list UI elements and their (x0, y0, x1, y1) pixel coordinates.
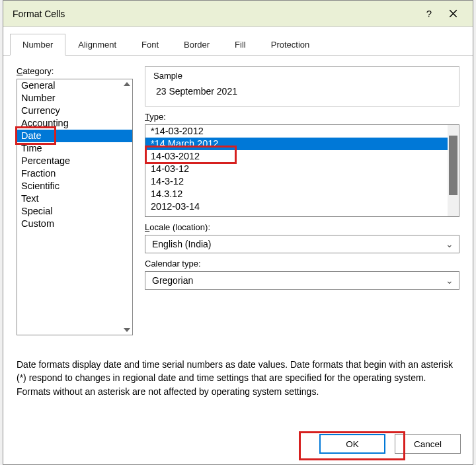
close-icon (449, 9, 457, 18)
category-item-accounting[interactable]: Accounting (17, 117, 132, 130)
type-item[interactable]: 2012-03-14 (145, 200, 459, 213)
dialog-body: Category: General Number Currency Accoun… (3, 56, 473, 427)
scroll-down-icon (124, 328, 130, 332)
scrollbar-thumb[interactable] (449, 136, 457, 195)
type-item[interactable]: 14-03-2012 (145, 150, 459, 163)
category-item-custom[interactable]: Custom (17, 218, 132, 230)
calendar-combo[interactable]: Gregorian ⌄ (145, 271, 459, 290)
type-label: Type: (145, 112, 459, 122)
category-listbox[interactable]: General Number Currency Accounting Date … (17, 79, 133, 335)
tab-label: Alignment (78, 40, 116, 50)
tab-protection[interactable]: Protection (258, 34, 323, 56)
tab-font[interactable]: Font (129, 34, 171, 56)
close-button[interactable] (441, 4, 465, 24)
button-label: OK (346, 439, 359, 449)
type-item[interactable]: 14-3-12 (145, 175, 459, 188)
category-item-percentage[interactable]: Percentage (17, 155, 132, 167)
type-item[interactable]: 14-03-12 (145, 163, 459, 175)
scroll-up-icon (124, 82, 130, 86)
tab-border[interactable]: Border (171, 34, 222, 56)
button-label: Cancel (414, 439, 442, 449)
sample-group: Sample 23 September 2021 (145, 66, 459, 106)
type-item[interactable]: *14 March 2012 (145, 138, 459, 150)
type-scrollbar[interactable] (448, 125, 459, 216)
window-title: Format Cells (13, 9, 417, 19)
help-button[interactable]: ? (417, 4, 441, 24)
locale-label: Locale (location): (145, 222, 459, 232)
locale-combo[interactable]: English (India) ⌄ (145, 235, 459, 253)
type-item[interactable]: 14.3.12 (145, 188, 459, 200)
calendar-value: Gregorian (152, 275, 193, 286)
category-label: Category: (17, 66, 133, 76)
category-item-time[interactable]: Time (17, 142, 132, 155)
category-item-general[interactable]: General (17, 79, 132, 92)
category-item-number[interactable]: Number (17, 92, 132, 105)
chevron-down-icon: ⌄ (444, 239, 455, 249)
category-item-text[interactable]: Text (17, 192, 132, 205)
tab-number[interactable]: Number (10, 34, 65, 56)
category-item-fraction[interactable]: Fraction (17, 167, 132, 180)
description-text: Date formats display date and time seria… (17, 358, 453, 398)
tab-label: Protection (271, 40, 310, 50)
category-scrollbar[interactable] (123, 81, 131, 333)
tab-label: Number (22, 40, 53, 50)
type-item[interactable]: *14-03-2012 (145, 125, 459, 138)
tab-label: Font (141, 40, 159, 50)
category-item-currency[interactable]: Currency (17, 105, 132, 117)
chevron-down-icon: ⌄ (444, 275, 455, 286)
calendar-label: Calendar type: (145, 259, 459, 269)
tab-fill[interactable]: Fill (222, 34, 258, 56)
category-item-scientific[interactable]: Scientific (17, 180, 132, 192)
sample-label: Sample (153, 71, 451, 81)
type-listbox[interactable]: *14-03-2012 *14 March 2012 14-03-2012 14… (145, 124, 459, 217)
format-cells-dialog: Format Cells ? Number Alignment Font Bor… (3, 0, 473, 465)
tab-label: Fill (235, 40, 246, 50)
ok-button[interactable]: OK (319, 434, 385, 454)
category-item-date[interactable]: Date (17, 130, 132, 142)
locale-value: English (India) (152, 239, 212, 249)
tab-strip: Number Alignment Font Border Fill Protec… (3, 27, 473, 56)
tab-label: Border (184, 40, 210, 50)
category-item-special[interactable]: Special (17, 205, 132, 218)
tab-alignment[interactable]: Alignment (65, 34, 129, 56)
titlebar: Format Cells ? (3, 1, 473, 27)
sample-value: 23 September 2021 (153, 82, 451, 97)
cancel-button[interactable]: Cancel (395, 434, 461, 454)
dialog-footer: OK Cancel (3, 427, 473, 464)
